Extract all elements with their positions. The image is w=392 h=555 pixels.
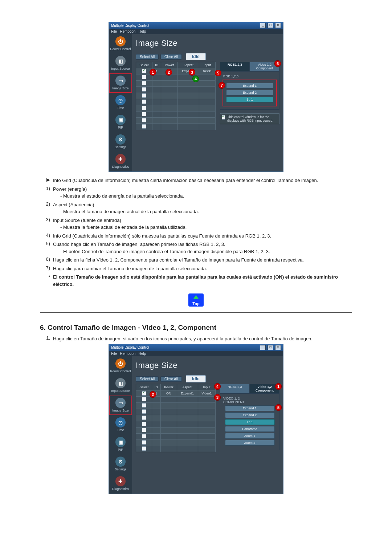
select-all-button[interactable]: Select All — [136, 376, 159, 382]
menu-remocon[interactable]: Remocon — [120, 29, 135, 33]
pip-icon: ▣ — [115, 115, 126, 125]
row-checkbox[interactable] — [142, 397, 146, 401]
back-to-top-button[interactable]: Top — [188, 293, 204, 307]
sidebar-item-pip[interactable]: ▣ PIP — [109, 113, 132, 132]
row-checkbox[interactable] — [142, 416, 146, 420]
opt-expand1[interactable]: Expand 1 — [226, 83, 273, 89]
menu-help[interactable]: Help — [139, 29, 146, 33]
row-checkbox[interactable] — [142, 440, 146, 445]
sidebar-item-settings[interactable]: ⚙ Settings — [109, 132, 132, 152]
sidebar-item-image-size[interactable]: ▭ Image Size — [109, 73, 132, 93]
close-icon[interactable]: × — [275, 23, 281, 28]
callout-2: 2 — [166, 69, 172, 76]
menu-file[interactable]: File — [111, 352, 117, 356]
cell-input: RGB1 — [199, 68, 216, 74]
power-icon: ⏻ — [115, 36, 126, 46]
row-checkbox[interactable] — [142, 422, 146, 426]
sidebar-item-input[interactable]: ◧ Input Source — [109, 376, 132, 396]
sidebar-item-diagnostics[interactable]: ✚ Diagnostics — [109, 152, 132, 171]
sidebar-item-power[interactable]: ⏻ Power Control — [109, 356, 132, 376]
row-checkbox[interactable] — [142, 112, 146, 116]
row-checkbox[interactable] — [142, 75, 146, 79]
panel-label: VIDEO 1, 2 COMPONENT — [223, 397, 277, 404]
pip-icon: ▣ — [115, 437, 126, 447]
sidebar-item-power[interactable]: ⏻ Power Control — [109, 34, 132, 54]
menu-help[interactable]: Help — [139, 352, 146, 356]
status-idle: Idle — [186, 53, 206, 60]
opt-1to1[interactable]: 1 : 1 — [225, 419, 275, 425]
row-checkbox[interactable] — [142, 391, 146, 396]
window-menubar: File Remocon Help — [109, 29, 283, 34]
row-checkbox[interactable] — [142, 124, 146, 129]
minimize-icon[interactable]: _ — [260, 345, 266, 350]
page-heading: Image Size — [136, 39, 279, 48]
menu-remocon[interactable]: Remocon — [120, 352, 135, 356]
sidebar-item-input[interactable]: ◧ Input Source — [109, 54, 132, 73]
gear-icon: ⚙ — [115, 457, 126, 467]
power-icon: ⏻ — [115, 358, 126, 369]
opt-panorama[interactable]: Panorama — [225, 426, 275, 432]
page-heading: Image Size — [136, 361, 279, 370]
sidebar-item-image-size[interactable]: ▭ Image Size — [109, 396, 132, 415]
window-title-bar: Multiple Display Control _ □ × — [109, 22, 283, 29]
sidebar-item-diagnostics[interactable]: ✚ Diagnostics — [109, 474, 132, 494]
callout-1: 1 — [150, 69, 156, 76]
close-icon[interactable]: × — [275, 345, 281, 350]
control-panel: RGB1,2,3 Video 1,2 Component RGB 1,2,3 E… — [220, 62, 279, 130]
para-intro: Info Grid (Cuadrícula de información) mu… — [53, 177, 352, 184]
para-2: Aspect (Apariencia) - Muestra el tamaño … — [53, 201, 352, 215]
row-checkbox[interactable] — [142, 403, 146, 408]
row-checkbox[interactable] — [142, 118, 146, 122]
opt-1to1[interactable]: 1 : 1 — [226, 97, 273, 102]
para-7: Haga clic para cambiar el Tamaño de imag… — [53, 265, 352, 272]
row-checkbox[interactable] — [142, 81, 146, 85]
sidebar-item-pip[interactable]: ▣ PIP — [109, 435, 132, 454]
row-checkbox[interactable] — [142, 106, 146, 110]
row-checkbox[interactable] — [142, 434, 146, 438]
para-1: Power (energía) - Muestra el estado de e… — [53, 186, 352, 200]
window-controls: _ □ × — [259, 345, 281, 350]
row-checkbox[interactable] — [142, 87, 146, 92]
callout-1: 1 — [275, 383, 282, 390]
panel-label: RGB 1,2,3 — [223, 74, 277, 78]
maximize-icon[interactable]: □ — [268, 345, 273, 350]
menu-file[interactable]: File — [111, 29, 117, 33]
tab-rgb[interactable]: RGB1,2,3 — [220, 62, 250, 71]
note-checkbox — [222, 115, 225, 119]
mdc-window-rgb: Multiple Display Control _ □ × File Remo… — [109, 22, 283, 172]
sidebar-item-time[interactable]: ◷ Time — [109, 415, 132, 435]
row-checkbox[interactable] — [142, 93, 146, 98]
opt-zoom1[interactable]: Zoom 1 — [225, 433, 275, 439]
clear-all-button[interactable]: Clear All — [160, 54, 182, 60]
row-checkbox[interactable] — [142, 100, 146, 104]
panel-note: This control window is for the displays … — [220, 113, 279, 124]
cell-power: ON — [160, 390, 177, 396]
sidebar-item-settings[interactable]: ⚙ Settings — [109, 454, 132, 474]
section-heading: 6. Control Tamaño de imagen - Video 1, 2… — [40, 324, 352, 332]
main-panel: Image Size Select All Clear All Idle Sel… — [132, 356, 283, 494]
window-title-bar: Multiple Display Control _ □ × — [109, 344, 283, 351]
row-checkbox[interactable] — [142, 428, 146, 432]
row-checkbox[interactable] — [142, 409, 146, 414]
opt-zoom2[interactable]: Zoom 2 — [225, 440, 275, 446]
row-checkbox[interactable] — [142, 446, 146, 451]
row-checkbox[interactable] — [142, 69, 146, 73]
info-grid: Select ID Power Aspect Input 1 ON Expand… — [136, 384, 216, 452]
sidebar-item-time[interactable]: ◷ Time — [109, 93, 132, 113]
select-all-button[interactable]: Select All — [136, 54, 159, 60]
col-select: Select — [136, 384, 152, 390]
col-power: Power — [160, 384, 177, 390]
callout-7: 7 — [219, 82, 225, 89]
para-6: Haga clic en la ficha Video 1, 2, Compon… — [53, 256, 352, 264]
clear-all-button[interactable]: Clear All — [160, 376, 182, 382]
minimize-icon[interactable]: _ — [260, 23, 266, 28]
col-id: ID — [152, 62, 161, 68]
tab-rgb[interactable]: RGB1,2,3 — [220, 384, 250, 393]
maximize-icon[interactable]: □ — [268, 23, 273, 28]
sidebar: ⏻ Power Control ◧ Input Source ▭ Image S… — [109, 356, 132, 494]
input-icon: ◧ — [115, 56, 126, 66]
opt-expand2[interactable]: Expand 2 — [226, 90, 273, 96]
opt-expand2[interactable]: Expand 2 — [225, 412, 275, 418]
cell-aspect: Expand1 — [177, 390, 198, 396]
opt-expand1[interactable]: Expand 1 — [225, 405, 275, 411]
